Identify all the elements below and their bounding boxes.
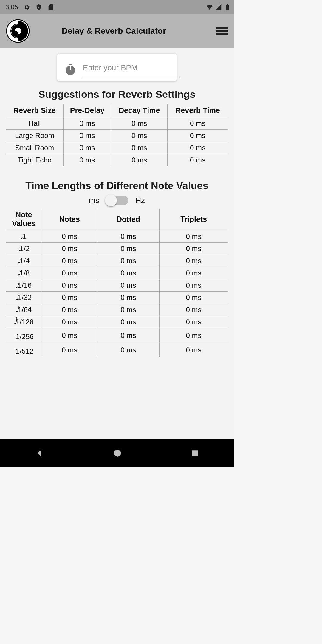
unit-toggle-row: ms Hz [0,196,234,205]
bpm-input[interactable] [83,61,180,77]
svg-rect-5 [69,64,72,65]
note-dotted: 0 ms [97,279,159,292]
note-triplets: 0 ms [160,255,228,267]
note-dotted: 0 ms [97,267,159,279]
table-row: 𝅘𝅥𝅱 1/640 ms0 ms0 ms [6,304,228,316]
note-notes: 0 ms [42,343,97,357]
note-value: 𝅘𝅥𝅮 1/8 [6,267,42,279]
note-triplets: 0 ms [160,343,228,357]
note-value: 𝅝 1 [6,230,42,243]
stopwatch-icon [65,64,76,75]
reverb-time: 0 ms [168,142,228,154]
note-notes: 0 ms [42,292,97,304]
reverb-th-decay: Decay Time [111,104,168,117]
note-triplets: 0 ms [160,267,228,279]
note-value: 𝅘𝅥𝅱 1/64 [6,304,42,316]
notes-th-value: Note Values [6,209,42,230]
reverb-th-size: Reverb Size [6,104,63,117]
reverb-predelay: 0 ms [63,142,111,154]
notes-th-notes: Notes [42,209,97,230]
note-dotted: 0 ms [97,304,159,316]
menu-hamburger-icon[interactable] [216,25,228,37]
unit-ms-label: ms [89,196,99,205]
sd-card-icon [47,4,54,10]
note-triplets: 0 ms [160,328,228,343]
reverb-time: 0 ms [168,117,228,130]
app-bar: Delay & Reverb Calculator [0,14,234,48]
note-notes: 0 ms [42,230,97,243]
reverb-decay: 0 ms [111,154,168,166]
note-triplets: 0 ms [160,292,228,304]
reverb-th-time: Reverb Time [168,104,228,117]
note-dotted: 0 ms [97,243,159,255]
table-row: 𝅘𝅥𝅮 1/80 ms0 ms0 ms [6,267,228,279]
settings-gear-icon [24,4,30,10]
note-triplets: 0 ms [160,279,228,292]
notes-section-title: Time Lengths of Different Note Values [0,180,234,191]
note-notes: 0 ms [42,255,97,267]
note-triplets: 0 ms [160,230,228,243]
table-row: 1/5120 ms0 ms0 ms [6,343,228,357]
wifi-icon [206,4,213,10]
reverb-size: Hall [6,117,63,130]
cell-signal-icon [215,4,222,10]
table-row: 𝅘𝅥𝅲 1/1280 ms0 ms0 ms [6,316,228,328]
note-dotted: 0 ms [97,292,159,304]
note-dotted: 0 ms [97,255,159,267]
app-logo-icon [6,19,30,43]
note-value: 𝅘𝅥𝅰 1/32 [6,292,42,304]
reverb-section-title: Suggestions for Reverb Settings [0,89,234,100]
note-value: 1/256 [6,328,42,343]
app-title: Delay & Reverb Calculator [17,26,211,36]
reverb-time: 0 ms [168,130,228,142]
notes-table: Note Values Notes Dotted Triplets 𝅝 10 m… [6,209,228,357]
nav-home-icon[interactable] [113,449,122,457]
battery-icon [224,4,231,10]
note-dotted: 0 ms [97,316,159,328]
note-notes: 0 ms [42,316,97,328]
nav-recents-icon[interactable] [191,449,199,457]
table-row: 𝅘𝅥𝅰 1/320 ms0 ms0 ms [6,292,228,304]
table-row: Hall0 ms0 ms0 ms [6,117,228,130]
note-value: 𝅗𝅥 1/2 [6,243,42,255]
notes-th-triplets: Triplets [160,209,228,230]
reverb-decay: 0 ms [111,142,168,154]
nav-back-icon[interactable] [35,449,44,458]
table-row: 𝅝 10 ms0 ms0 ms [6,230,228,243]
table-row: 1/2560 ms0 ms0 ms [6,328,228,343]
table-row: Tight Echo0 ms0 ms0 ms [6,154,228,166]
svg-rect-7 [70,66,71,70]
note-notes: 0 ms [42,328,97,343]
note-dotted: 0 ms [97,328,159,343]
reverb-predelay: 0 ms [63,117,111,130]
status-time: 3:05 [5,3,18,11]
note-value: 𝅘𝅥 1/4 [6,255,42,267]
note-value: 𝅘𝅥𝅲 1/128 [6,316,42,328]
status-bar: 3:05 [0,0,234,14]
reverb-decay: 0 ms [111,130,168,142]
reverb-size: Large Room [6,130,63,142]
note-notes: 0 ms [42,304,97,316]
note-triplets: 0 ms [160,243,228,255]
table-row: Large Room0 ms0 ms0 ms [6,130,228,142]
reverb-predelay: 0 ms [63,130,111,142]
note-dotted: 0 ms [97,343,159,357]
reverb-decay: 0 ms [111,117,168,130]
reverb-time: 0 ms [168,154,228,166]
svg-rect-9 [192,450,198,456]
table-row: Small Room0 ms0 ms0 ms [6,142,228,154]
play-protect-icon [35,4,42,10]
table-row: 𝅘𝅥 1/40 ms0 ms0 ms [6,255,228,267]
table-row: 𝅘𝅥𝅯 1/160 ms0 ms0 ms [6,279,228,292]
note-notes: 0 ms [42,279,97,292]
reverb-predelay: 0 ms [63,154,111,166]
note-value: 𝅘𝅥𝅯 1/16 [6,279,42,292]
note-triplets: 0 ms [160,304,228,316]
system-nav-bar [0,439,234,467]
unit-toggle[interactable] [106,196,128,205]
table-row: 𝅗𝅥 1/20 ms0 ms0 ms [6,243,228,255]
notes-th-dotted: Dotted [97,209,159,230]
reverb-table: Reverb Size Pre-Delay Decay Time Reverb … [6,104,228,166]
unit-hz-label: Hz [135,196,145,205]
content-area: Suggestions for Reverb Settings Reverb S… [0,48,234,439]
